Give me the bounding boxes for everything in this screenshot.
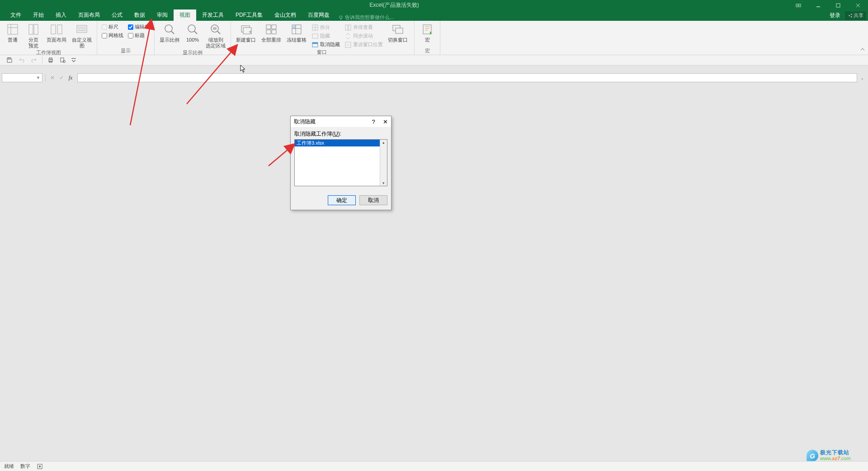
macro-record-icon[interactable]	[37, 463, 43, 470]
menu-home[interactable]: 开始	[27, 9, 50, 21]
workbook-listbox[interactable]: 工作簿3.xlsx ▴ ▾	[294, 139, 387, 186]
minimize-icon[interactable]	[808, 0, 828, 10]
cursor-icon	[240, 65, 246, 73]
menu-data[interactable]: 数据	[128, 9, 151, 21]
dialog-title-bar[interactable]: 取消隐藏 ? ✕	[291, 116, 391, 127]
btn-unhide[interactable]: 取消隐藏	[310, 41, 341, 48]
enter-formula-icon[interactable]: ✓	[57, 74, 66, 82]
btn-switch-window[interactable]: 切换窗口	[386, 22, 410, 43]
menu-formulas[interactable]: 公式	[106, 9, 128, 21]
btn-custom-view[interactable]: 自定义视图	[70, 22, 94, 49]
scrollbar-down-icon[interactable]: ▾	[382, 180, 385, 186]
group-window: +新建窗口 全部重排 冻结窗格 拆分 隐藏 取消隐藏 并排查看 同步滚动 重设窗…	[231, 21, 415, 55]
svg-point-59	[39, 466, 41, 467]
name-box[interactable]: ▼	[2, 73, 42, 82]
maximize-icon[interactable]	[828, 0, 848, 10]
qat-quickprint-icon[interactable]	[47, 56, 55, 64]
cancel-button[interactable]: 取消	[359, 195, 387, 205]
expand-formula-icon[interactable]: ⌄	[858, 75, 866, 80]
btn-arrange-all[interactable]: 全部重排	[259, 22, 283, 43]
status-bar: 就绪 数字	[0, 461, 868, 471]
quick-access-toolbar	[0, 55, 868, 66]
btn-normal-view[interactable]: 普通	[3, 22, 22, 43]
btn-new-window[interactable]: +新建窗口	[234, 22, 258, 43]
qat-separator	[42, 57, 42, 64]
login-button[interactable]: 登录	[825, 10, 845, 21]
lightbulb-icon	[338, 15, 344, 20]
qat-undo-icon[interactable]	[18, 56, 26, 64]
listbox-scrollbar[interactable]: ▴ ▾	[380, 140, 387, 186]
title-bar: Excel(产品激活失败)	[0, 0, 868, 10]
btn-sync-scroll[interactable]: 同步滚动	[343, 32, 384, 40]
worksheet-area	[0, 84, 868, 457]
group-workbook-views: 普通 分页 预览 页面布局 自定义视图 工作簿视图	[0, 21, 97, 55]
fx-icon[interactable]: fx	[66, 74, 75, 82]
window-title: Excel(产品激活失败)	[0, 1, 788, 9]
btn-side-by-side[interactable]: 并排查看	[343, 24, 384, 31]
svg-rect-42	[345, 25, 348, 30]
btn-zoom-selection[interactable]: 缩放到 选定区域	[204, 22, 227, 49]
menu-baidu[interactable]: 百度网盘	[302, 9, 335, 21]
chk-ruler[interactable]: 标尺	[100, 23, 125, 31]
menu-pdf[interactable]: PDF工具集	[230, 9, 269, 21]
svg-rect-30	[266, 30, 271, 34]
status-numlock: 数字	[20, 463, 30, 470]
formula-input[interactable]	[77, 73, 857, 82]
dialog-help-icon[interactable]: ?	[368, 116, 379, 127]
svg-rect-23	[213, 27, 217, 30]
menu-pagelayout[interactable]: 页面布局	[72, 9, 106, 21]
btn-hide[interactable]: 隐藏	[310, 32, 341, 40]
menu-kingsoft[interactable]: 金山文档	[269, 9, 302, 21]
svg-rect-41	[312, 42, 318, 44]
share-icon	[848, 13, 853, 18]
svg-rect-39	[312, 34, 318, 38]
menu-review[interactable]: 审阅	[151, 9, 174, 21]
svg-point-18	[165, 25, 172, 32]
svg-rect-2	[836, 4, 840, 7]
watermark-badge-icon	[807, 450, 818, 462]
svg-rect-49	[8, 58, 10, 59]
qat-printpreview-icon[interactable]	[59, 56, 67, 64]
btn-pagebreak[interactable]: 分页 预览	[24, 22, 43, 49]
chk-formulabar[interactable]: 编辑栏	[127, 23, 151, 31]
btn-reset-pos[interactable]: 重设窗口位置	[343, 41, 384, 48]
chevron-down-icon[interactable]: ▼	[36, 75, 40, 80]
dialog-close-icon[interactable]: ✕	[379, 116, 391, 127]
menu-dev[interactable]: 开发工具	[196, 9, 230, 21]
tell-me-search[interactable]: 告诉我您想要做什么...	[338, 14, 394, 21]
menu-file[interactable]: 文件	[5, 9, 27, 21]
btn-freeze-panes[interactable]: 冻结窗格	[285, 22, 308, 43]
scrollbar-up-icon[interactable]: ▴	[382, 140, 385, 145]
btn-zoom[interactable]: 显示比例	[158, 22, 181, 43]
qat-redo-icon[interactable]	[30, 56, 38, 64]
menu-view[interactable]: 视图	[174, 9, 196, 21]
group-macros: 宏 宏	[415, 21, 440, 55]
cancel-formula-icon[interactable]: ✕	[48, 74, 57, 82]
svg-rect-14	[34, 24, 38, 34]
ok-button[interactable]: 确定	[328, 195, 356, 205]
chk-headings[interactable]: 标题	[127, 32, 151, 39]
btn-split[interactable]: 拆分	[310, 24, 341, 31]
svg-rect-10	[8, 24, 18, 34]
chk-gridlines[interactable]: 网格线	[100, 32, 125, 39]
svg-rect-51	[49, 58, 52, 59]
share-button[interactable]: 共享	[845, 11, 866, 20]
menu-bar: 文件 开始 插入 页面布局 公式 数据 审阅 视图 开发工具 PDF工具集 金山…	[0, 10, 868, 21]
ribbon: 普通 分页 预览 页面布局 自定义视图 工作簿视图 标尺 网格线 编辑栏 标题 …	[0, 21, 868, 55]
svg-rect-15	[51, 25, 56, 34]
svg-rect-28	[266, 25, 271, 29]
btn-macros[interactable]: 宏	[418, 22, 437, 43]
ribbon-display-options-icon[interactable]	[788, 0, 808, 10]
svg-point-7	[849, 15, 850, 16]
group-show: 标尺 网格线 编辑栏 标题 显示	[97, 21, 155, 55]
dialog-label: 取消隐藏工作簿(U):	[294, 130, 387, 138]
qat-customize-icon[interactable]	[71, 56, 76, 64]
close-icon[interactable]	[848, 0, 868, 10]
list-item[interactable]: 工作簿3.xlsx	[295, 140, 380, 146]
btn-pagelayout[interactable]: 页面布局	[45, 22, 68, 43]
svg-point-20	[188, 25, 195, 32]
menu-insert[interactable]: 插入	[50, 9, 72, 21]
collapse-ribbon-icon[interactable]	[857, 45, 868, 55]
qat-save-icon[interactable]	[5, 56, 14, 64]
btn-zoom100[interactable]: 100%	[183, 22, 202, 43]
